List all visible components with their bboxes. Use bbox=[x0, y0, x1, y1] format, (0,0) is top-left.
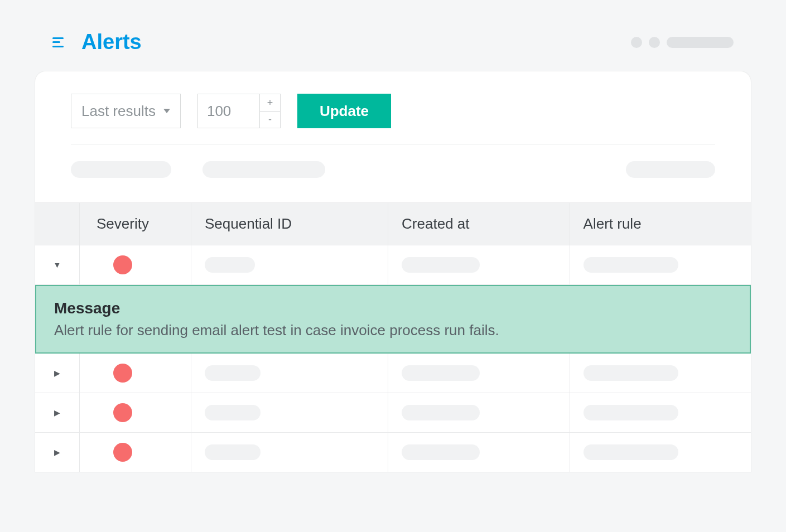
expand-icon[interactable]: ▶ bbox=[54, 408, 60, 417]
alerts-table: Severity Sequential ID Created at Alert … bbox=[35, 202, 751, 472]
created-at-cell bbox=[388, 433, 570, 472]
stepper-up-button[interactable]: + bbox=[260, 94, 280, 112]
created-at-cell bbox=[388, 393, 570, 432]
result-count-stepper[interactable]: + - bbox=[197, 94, 281, 128]
page-title: Alerts bbox=[81, 30, 142, 54]
created-at-cell bbox=[388, 245, 570, 284]
sequential-id-cell bbox=[191, 245, 388, 284]
placeholder-block bbox=[202, 161, 325, 178]
column-severity: Severity bbox=[80, 203, 191, 245]
topbar-left: Alerts bbox=[52, 30, 142, 54]
placeholder-pill bbox=[667, 37, 734, 48]
toolbar-ph-left bbox=[71, 161, 325, 178]
placeholder-block bbox=[584, 365, 678, 381]
collapse-icon[interactable]: ▼ bbox=[54, 260, 61, 269]
expand-icon[interactable]: ▶ bbox=[54, 448, 60, 457]
table-row: ▶ bbox=[35, 354, 751, 393]
chevron-down-icon bbox=[163, 109, 170, 113]
placeholder-dot bbox=[649, 37, 660, 48]
column-expand bbox=[35, 203, 80, 245]
alert-rule-cell bbox=[570, 393, 751, 432]
expand-cell: ▼ bbox=[35, 245, 80, 284]
placeholder-block bbox=[584, 405, 678, 420]
column-sequential-id: Sequential ID bbox=[191, 203, 388, 245]
row-detail-panel: Message Alert rule for sending email ale… bbox=[35, 285, 751, 354]
table-row: ▶ bbox=[35, 433, 751, 472]
severity-cell bbox=[80, 245, 191, 284]
severity-indicator bbox=[113, 443, 132, 462]
stepper-down-button[interactable]: - bbox=[260, 112, 280, 128]
column-alert-rule: Alert rule bbox=[570, 203, 751, 245]
filter-select[interactable]: Last results bbox=[71, 94, 181, 128]
placeholder-block bbox=[626, 161, 715, 178]
severity-indicator bbox=[113, 403, 132, 422]
alert-rule-cell bbox=[570, 354, 751, 393]
detail-message: Alert rule for sending email alert test … bbox=[54, 322, 732, 339]
update-button[interactable]: Update bbox=[297, 94, 391, 128]
placeholder-block bbox=[584, 257, 678, 273]
expand-cell: ▶ bbox=[35, 393, 80, 432]
expand-cell: ▶ bbox=[35, 354, 80, 393]
sequential-id-cell bbox=[191, 393, 388, 432]
content-card: Last results + - Update Se bbox=[35, 71, 751, 472]
filter-controls: Last results + - Update bbox=[35, 94, 751, 144]
sequential-id-cell bbox=[191, 433, 388, 472]
table-header: Severity Sequential ID Created at Alert … bbox=[35, 203, 751, 245]
placeholder-dot bbox=[631, 37, 642, 48]
placeholder-block bbox=[402, 365, 480, 381]
filter-select-label: Last results bbox=[81, 103, 156, 120]
topbar: Alerts bbox=[17, 30, 769, 71]
placeholder-block bbox=[205, 405, 261, 420]
severity-cell bbox=[80, 354, 191, 393]
alert-rule-cell bbox=[570, 245, 751, 284]
table-row: ▶ bbox=[35, 393, 751, 433]
created-at-cell bbox=[388, 354, 570, 393]
table-row: ▼ bbox=[35, 245, 751, 285]
placeholder-block bbox=[402, 257, 480, 273]
expand-icon[interactable]: ▶ bbox=[54, 369, 60, 378]
placeholder-block bbox=[205, 444, 261, 460]
detail-label: Message bbox=[54, 299, 732, 317]
placeholder-block bbox=[71, 161, 171, 178]
topbar-right bbox=[631, 37, 734, 48]
menu-icon[interactable] bbox=[52, 37, 66, 47]
alert-rule-cell bbox=[570, 433, 751, 472]
stepper-buttons: + - bbox=[259, 94, 280, 128]
placeholder-block bbox=[402, 444, 480, 460]
sequential-id-cell bbox=[191, 354, 388, 393]
toolbar-placeholders bbox=[35, 144, 751, 202]
placeholder-block bbox=[205, 365, 261, 381]
app-window: Alerts Last results + - Update bbox=[17, 17, 769, 472]
severity-indicator bbox=[113, 255, 132, 274]
placeholder-block bbox=[205, 257, 255, 273]
severity-indicator bbox=[113, 364, 132, 383]
severity-cell bbox=[80, 433, 191, 472]
result-count-input[interactable] bbox=[198, 94, 259, 128]
column-created-at: Created at bbox=[388, 203, 570, 245]
placeholder-block bbox=[402, 405, 480, 420]
placeholder-block bbox=[584, 444, 678, 460]
severity-cell bbox=[80, 393, 191, 432]
expand-cell: ▶ bbox=[35, 433, 80, 472]
